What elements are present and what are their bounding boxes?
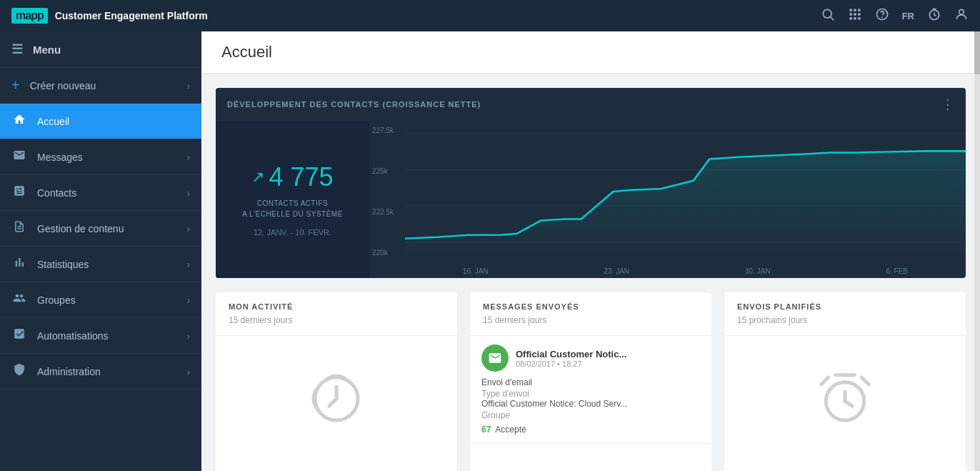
page-header: Accueil — [201, 31, 980, 74]
sidebar-item-label: Automatisations — [37, 330, 176, 342]
chevron-right-icon: › — [186, 152, 190, 163]
svg-rect-10 — [858, 17, 860, 19]
chart-date-range: 12. JANV. - 10. FÉVR. — [254, 228, 331, 237]
scrollbar[interactable] — [974, 31, 980, 471]
message-meta: Official Customer Notic... 08/02/2017 • … — [516, 349, 700, 368]
chevron-right-icon: › — [186, 80, 190, 91]
stat-value: 67 — [481, 425, 491, 435]
content-icon — [11, 220, 27, 237]
y-label: 227.5k — [372, 127, 394, 134]
sidebar-item-groupes[interactable]: Groupes › — [0, 282, 201, 318]
svg-rect-2 — [849, 9, 851, 11]
svg-point-14 — [959, 9, 964, 14]
stats-icon — [11, 256, 27, 272]
sidebar-item-contacts[interactable]: Contacts › — [0, 175, 201, 211]
sidebar-item-creer-nouveau[interactable]: + Créer nouveau › — [0, 68, 201, 104]
card-title: MON ACTIVITÉ — [229, 302, 444, 311]
app-layout: ☰ Menu + Créer nouveau › Accueil — [0, 31, 980, 471]
message-group: Official Customer Notice: Cloud Serv... — [481, 399, 700, 409]
card-subtitle: 15 derniers jours — [229, 315, 444, 325]
message-group-sub: Groupe — [481, 410, 700, 420]
sidebar-item-messages[interactable]: Messages › — [0, 139, 201, 175]
hamburger-icon: ☰ — [11, 41, 23, 57]
line-chart-svg — [405, 127, 966, 257]
mapp-wordmark: mapp — [11, 8, 48, 24]
sidebar-item-label: Gestion de contenu — [37, 223, 176, 234]
chart-title: DÉVELOPPEMENT DES CONTACTS (CROISSANCE N… — [227, 100, 481, 109]
group-label: Official Customer Notice: Cloud Serv... — [481, 399, 627, 409]
plus-icon: + — [11, 77, 20, 94]
x-label: 23. JAN — [604, 267, 629, 275]
sidebar-item-statistiques[interactable]: Statistiques › — [0, 247, 201, 282]
search-icon[interactable] — [821, 7, 835, 25]
card-body — [724, 336, 966, 465]
svg-rect-7 — [858, 13, 860, 15]
card-subtitle: 15 derniers jours — [483, 315, 699, 325]
y-label: 220k — [372, 249, 388, 257]
topnav: mapp Customer Engagement Platform FR — [0, 0, 980, 31]
sidebar-menu-toggle[interactable]: ☰ Menu — [0, 31, 201, 68]
menu-label: Menu — [33, 44, 61, 56]
chart-menu-button[interactable]: ⋮ — [941, 96, 954, 112]
cards-row: MON ACTIVITÉ 15 derniers jours — [216, 292, 966, 471]
card-body — [216, 336, 457, 465]
user-icon[interactable] — [954, 7, 969, 25]
dashboard: DÉVELOPPEMENT DES CONTACTS (CROISSANCE N… — [201, 74, 980, 471]
contacts-chart-card: DÉVELOPPEMENT DES CONTACTS (CROISSANCE N… — [216, 88, 966, 278]
alarm-clock-icon — [816, 370, 874, 430]
chevron-right-icon: › — [186, 259, 190, 270]
chevron-right-icon: › — [186, 223, 190, 234]
chevron-right-icon: › — [186, 294, 190, 306]
send-type-label: Envoi d'email — [481, 377, 532, 387]
messages-envoyes-card: MESSAGES ENVOYÉS 15 derniers jours — [470, 292, 711, 471]
svg-rect-9 — [854, 17, 856, 19]
message-name: Official Customer Notic... — [516, 349, 700, 360]
timer-icon[interactable] — [927, 7, 941, 25]
message-date: 08/02/2017 • 18:27 — [516, 360, 700, 368]
chevron-right-icon: › — [186, 330, 190, 342]
sidebar-item-label: Statistiques — [37, 259, 176, 270]
y-label: 225k — [372, 167, 388, 175]
sidebar: ☰ Menu + Créer nouveau › Accueil — [0, 31, 201, 471]
chevron-right-icon: › — [186, 187, 190, 199]
card-body: Official Customer Notic... 08/02/2017 • … — [470, 336, 711, 465]
messages-icon — [11, 149, 27, 165]
chart-stat-value: ↗ 4 775 — [251, 162, 333, 192]
card-header: MESSAGES ENVOYÉS 15 derniers jours — [470, 292, 711, 336]
message-item-header: Official Customer Notic... 08/02/2017 • … — [481, 344, 700, 372]
sidebar-item-automatisations[interactable]: Automatisations › — [0, 318, 201, 354]
message-send-type-sub: Type d'envoi — [481, 389, 700, 399]
sidebar-item-gestion-contenu[interactable]: Gestion de contenu › — [0, 211, 201, 247]
envois-planifies-card: ENVOIS PLANIFIÉS 15 prochains jours — [724, 292, 966, 471]
y-label: 222.5k — [372, 208, 394, 216]
svg-rect-6 — [854, 13, 856, 15]
x-label: 30. JAN — [745, 267, 771, 275]
language-selector[interactable]: FR — [902, 11, 914, 21]
mon-activite-card: MON ACTIVITÉ 15 derniers jours — [216, 292, 457, 471]
app-logo: mapp Customer Engagement Platform — [11, 8, 812, 24]
sidebar-item-label: Messages — [37, 152, 176, 163]
main-content: Accueil DÉVELOPPEMENT DES CONTACTS (CROI… — [201, 31, 980, 471]
sidebar-item-administration[interactable]: Administration › — [0, 354, 201, 390]
x-label: 16. JAN — [463, 267, 489, 275]
card-header: MON ACTIVITÉ 15 derniers jours — [216, 292, 457, 336]
help-icon[interactable] — [875, 7, 889, 25]
svg-rect-3 — [854, 9, 856, 11]
message-avatar — [481, 344, 509, 372]
message-item: Official Customer Notic... 08/02/2017 • … — [470, 336, 711, 444]
contacts-icon — [11, 184, 27, 201]
grid-icon[interactable] — [848, 7, 862, 25]
chart-body: ↗ 4 775 CONTACTS ACTIFSA L'ÉCHELLE DU SY… — [216, 121, 966, 278]
trend-up-icon: ↗ — [251, 168, 264, 187]
card-header: ENVOIS PLANIFIÉS 15 prochains jours — [724, 292, 966, 336]
svg-point-0 — [823, 9, 831, 18]
svg-rect-8 — [849, 17, 851, 19]
page-title: Accueil — [221, 43, 960, 61]
message-send-type: Envoi d'email — [481, 377, 700, 387]
sidebar-item-accueil[interactable]: Accueil — [0, 104, 201, 139]
sidebar-item-label: Administration — [37, 366, 176, 377]
chart-graph-area: 227.5k 225k 222.5k 220k — [369, 121, 966, 278]
app-title: Customer Engagement Platform — [55, 10, 208, 21]
scroll-thumb[interactable] — [974, 31, 980, 74]
card-subtitle: 15 prochains jours — [737, 315, 953, 325]
